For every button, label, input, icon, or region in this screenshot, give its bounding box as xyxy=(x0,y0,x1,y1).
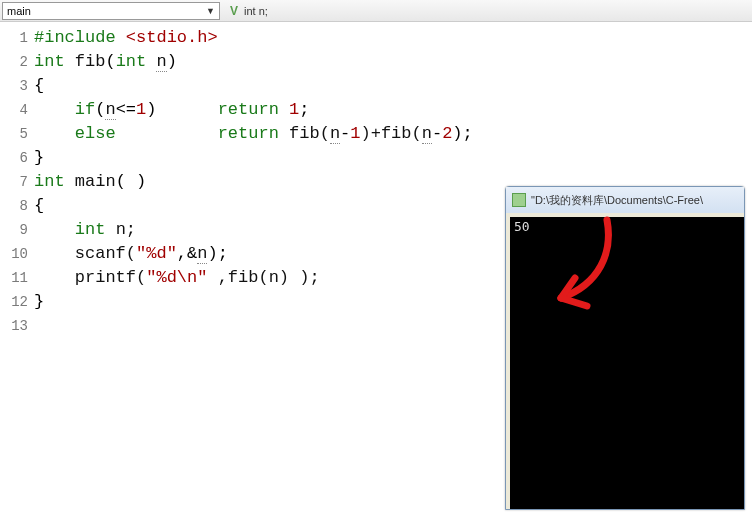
code-line: else return fib(n-1)+fib(n-2); xyxy=(34,122,752,146)
code-line: } xyxy=(34,146,752,170)
console-line: 50 xyxy=(514,219,530,234)
scope-value: main xyxy=(7,5,31,17)
console-title: "D:\我的资料库\Documents\C-Free\ xyxy=(531,193,703,208)
declaration-text: int n; xyxy=(244,5,268,17)
code-line: int fib(int n) xyxy=(34,50,752,74)
toolbar: main ▼ V int n; xyxy=(0,0,752,22)
console-icon xyxy=(512,193,526,207)
code-line: #include <stdio.h> xyxy=(34,26,752,50)
scope-dropdown[interactable]: main ▼ xyxy=(2,2,220,20)
chevron-down-icon: ▼ xyxy=(206,6,215,16)
line-gutter: 123 456 789 101112 13 xyxy=(0,26,34,338)
console-output: 50 xyxy=(510,217,744,509)
console-window[interactable]: "D:\我的资料库\Documents\C-Free\ 50 xyxy=(505,186,745,510)
code-line: { xyxy=(34,74,752,98)
console-titlebar[interactable]: "D:\我的资料库\Documents\C-Free\ xyxy=(506,187,744,213)
code-line: if(n<=1) return 1; xyxy=(34,98,752,122)
variable-icon: V xyxy=(230,4,238,18)
